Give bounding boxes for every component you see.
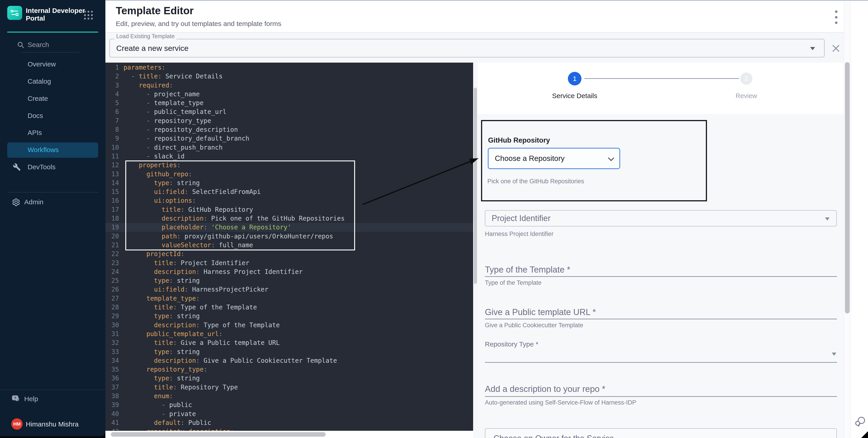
editor-vertical-scrollbar-thumb[interactable] — [474, 88, 477, 284]
code-line: 34 description: Give a Public Cookiecutt… — [105, 356, 473, 365]
owner-placeholder: Choose an Owner for the Service — [494, 434, 614, 438]
sidebar-divider — [7, 192, 98, 193]
code-line: 42 repositoty_description: — [105, 427, 473, 431]
code-line: 11 - slack_id — [105, 152, 473, 161]
github-repository-helper: Pick one of the GitHub Repositories — [487, 178, 584, 185]
code-line: 35 repository_type: — [105, 365, 473, 374]
code-annotation-box — [125, 161, 355, 250]
sidebar-divider — [22, 52, 80, 53]
repo-description-helper: Auto-generated using Self-Service-Flow o… — [485, 399, 636, 406]
wrench-icon — [13, 163, 21, 171]
chat-bubbles-icon[interactable] — [854, 415, 866, 428]
avatar-initials: HM — [13, 421, 21, 427]
code-line: 38 enum: — [105, 392, 473, 401]
github-repository-select[interactable]: Choose a Repository — [488, 148, 620, 169]
grid-apps-icon[interactable] — [83, 10, 94, 20]
code-line: 9 - repository_default_branch — [105, 134, 473, 143]
sliders-logo-icon — [10, 9, 20, 17]
code-line: 40 - private — [105, 409, 473, 418]
sidebar-item-apis[interactable]: APIs — [0, 126, 105, 139]
gear-icon — [12, 198, 20, 207]
sidebar-item-workflows[interactable]: Workflows — [0, 143, 105, 156]
sidebar-item-admin[interactable]: Admin — [0, 196, 105, 208]
repo-description-underline — [485, 396, 837, 397]
editor-horizontal-scrollbar-thumb[interactable] — [111, 432, 326, 437]
right-margin — [851, 1, 868, 438]
code-line: 33 type: string — [105, 347, 473, 356]
load-template-select[interactable]: Create a new service — [110, 39, 825, 58]
portal-title: Internal Developer Portal — [26, 7, 86, 22]
sidebar-item-docs[interactable]: Docs — [0, 109, 105, 122]
user-name[interactable]: Himanshu Mishra — [26, 420, 79, 428]
code-line: 4 - project_name — [105, 90, 473, 99]
repository-type-field-label[interactable]: Repository Type * — [485, 340, 538, 348]
sidebar-item-help[interactable]: ? Help — [0, 393, 105, 405]
code-line: 27 template_type: — [105, 294, 473, 303]
sidebar-item-label: APIs — [28, 129, 42, 136]
public-url-field-label[interactable]: Give a Public template URL * — [485, 307, 596, 317]
code-line: 32 title: Give a Public template URL — [105, 338, 473, 347]
sidebar-item-label: Workflows — [28, 146, 59, 154]
page-title: Template Editor — [116, 4, 194, 17]
code-line: 7 - repository_type — [105, 116, 473, 125]
sidebar-item-overview[interactable]: Overview — [0, 58, 105, 70]
code-line: 26 ui:field: HarnessProjectPicker — [105, 285, 473, 294]
page-vertical-scrollbar-thumb[interactable] — [845, 62, 850, 313]
chat-question-icon: ? — [11, 394, 20, 403]
code-line: 24 description: Harness Project Identifi… — [105, 267, 473, 276]
sidebar-item-catalog[interactable]: Catalog — [0, 75, 105, 88]
kebab-vertical-icon[interactable] — [833, 10, 839, 24]
step-number: 1 — [573, 75, 577, 82]
code-line: 41 default: Public — [105, 418, 473, 427]
code-line: 31 public_template_url: — [105, 330, 473, 338]
repo-description-field-label[interactable]: Add a description to your repo * — [485, 384, 605, 394]
code-line: 29 type: string — [105, 312, 473, 321]
code-line: 30 description: Type of the Template — [105, 321, 473, 330]
sidebar: Internal Developer Portal Search Overvie… — [0, 0, 105, 436]
owner-select[interactable]: Choose an Owner for the Service — [485, 428, 837, 438]
code-line: 37 title: Repository Type — [105, 383, 473, 392]
project-identifier-placeholder: Project Identifier — [492, 213, 551, 223]
code-line: 6 - public_template_url — [105, 107, 473, 116]
code-line: 8 - repositoty_description — [105, 125, 473, 134]
step-1-circle[interactable]: 1 — [568, 72, 582, 86]
code-line: 1parameters: — [105, 63, 473, 72]
close-icon[interactable] — [831, 44, 840, 53]
sidebar-item-create[interactable]: Create — [0, 92, 105, 105]
portal-logo[interactable] — [7, 6, 22, 20]
code-line: 28 title: Type of the Template — [105, 303, 473, 312]
search-icon — [17, 41, 25, 49]
code-line: 5 - template_type — [105, 99, 473, 107]
code-line: 39 - public — [105, 401, 473, 409]
chevron-down-icon — [608, 157, 615, 161]
avatar[interactable]: HM — [11, 418, 23, 430]
sidebar-item-label: Docs — [28, 112, 43, 120]
caret-down-icon[interactable] — [832, 352, 836, 356]
github-repository-value: Choose a Repository — [495, 154, 564, 163]
github-repository-label: GitHub Repository — [488, 136, 550, 144]
template-type-field-label[interactable]: Type of the Template * — [485, 265, 570, 275]
sidebar-item-devtools[interactable]: DevTools — [0, 161, 105, 173]
repository-type-underline — [485, 362, 837, 363]
page-subtitle: Edit, preview, and try out templates and… — [116, 20, 281, 28]
caret-down-icon — [810, 47, 815, 50]
caret-down-icon — [825, 217, 830, 221]
sidebar-item-label: Overview — [28, 60, 56, 68]
load-template-label: Load Existing Template — [115, 33, 177, 39]
sidebar-accent-line — [7, 32, 98, 33]
svg-text:?: ? — [14, 396, 16, 400]
code-line: 22 projectId: — [105, 249, 473, 258]
public-url-helper: Give a Public Cookiecutter Template — [485, 322, 583, 329]
sidebar-item-label: Catalog — [28, 77, 51, 85]
sidebar-item-search[interactable]: Search — [0, 38, 105, 51]
code-line: 3 required: — [105, 81, 473, 90]
code-line: 10 - direct_push_branch — [105, 143, 473, 152]
project-identifier-select[interactable]: Project Identifier — [485, 210, 837, 227]
step-2-circle[interactable]: 2 — [740, 72, 752, 85]
step-1-label: Service Details — [541, 92, 609, 100]
code-line: 2 - title: Service Details — [105, 72, 473, 81]
step-number: 2 — [745, 75, 748, 82]
stepper-section — [478, 63, 844, 114]
app-root: Internal Developer Portal Search Overvie… — [0, 0, 868, 438]
load-template-value: Create a new service — [116, 44, 188, 53]
